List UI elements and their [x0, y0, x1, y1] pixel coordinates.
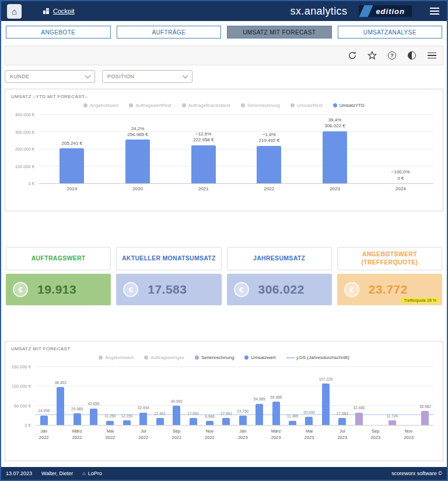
legend-item-auftragswertrest[interactable]: AuftragswertRest [129, 103, 171, 108]
footer-date: 13.07.2023 [6, 470, 32, 476]
x-tick-label: Mai2023 [301, 428, 317, 441]
legend-label: AuftragswertRest [135, 103, 171, 108]
bar-jan-2022[interactable] [40, 416, 48, 425]
bar-value-label: 29.985 [71, 407, 83, 412]
forecast-chart: 0 €50.000 €100.000 €150.000 €24.99598.45… [5, 367, 443, 441]
ytd-chart: 0 €100.000 €200.000 €300.000 €400.000 €2… [5, 115, 443, 191]
bar-group: 24,2%254.985 € [105, 115, 171, 183]
bar-dez-2022[interactable] [222, 418, 230, 425]
bar-jun-2022[interactable] [123, 420, 131, 425]
dot-swatch-icon [99, 355, 103, 360]
y-axis: 0 €50.000 €100.000 €150.000 € [5, 367, 36, 426]
bar-mai-2022[interactable] [106, 421, 114, 425]
tab-umsatzanalyse[interactable]: UMSATZANALYSE [338, 26, 443, 39]
legend-item-auftragswertges[interactable]: Auftragswertges [144, 355, 184, 360]
bar-value-label: 35.982 [419, 405, 431, 409]
x-tick-label [152, 428, 168, 441]
legend-item-serienrechnung[interactable]: Serienrechnung [241, 103, 280, 108]
legend-item-j-ds-jahresdurchschnitt[interactable]: j-DS (Jahresdurchschnitt) [286, 355, 349, 360]
bar-aug-2022[interactable] [156, 418, 164, 425]
bar-feb-2022[interactable] [57, 387, 64, 425]
bar-2023[interactable] [323, 131, 347, 184]
x-tick-label [317, 428, 334, 441]
refresh-icon[interactable] [347, 50, 358, 61]
favorite-star-icon[interactable] [367, 50, 377, 61]
kpi-number: 19.913 [37, 283, 76, 297]
bar-value-label: 222.958 € [193, 137, 214, 143]
bar-group: 39,4%306.022 € [302, 115, 368, 183]
legend-item-auftragsrueckstand[interactable]: AuftragsRueckstand [182, 103, 230, 108]
dot-swatch-icon [333, 103, 337, 107]
y-tick-label: 200.000 € [15, 147, 34, 152]
bar-märz-2022[interactable] [74, 413, 81, 425]
kpi-title-auftragswert: AUFTRAGSWERT [6, 247, 111, 270]
kpi-row: AUFTRAGSWERT AKTUELLER MONATSUMSATZ JAHR… [6, 247, 442, 305]
position-dropdown[interactable]: POSITION [102, 70, 192, 83]
footer-context: ⌂ LoPro [82, 470, 102, 476]
bar-okt-2022[interactable] [190, 418, 197, 425]
bar-apr-2022[interactable] [90, 409, 97, 425]
cockpit-label: Cockpit [53, 8, 75, 15]
legend-item-angebotswert[interactable]: Angebotswert [99, 355, 134, 360]
position-dropdown-label: POSITION [107, 74, 134, 79]
bar-dez-2023[interactable] [421, 411, 429, 425]
bar-jul-2023[interactable] [338, 418, 346, 425]
footer-context-label: LoPro [88, 470, 102, 476]
menu-button[interactable] [428, 6, 441, 16]
legend-item-umsatzwert[interactable]: Umsatzwert [244, 355, 275, 360]
legend-item-umsatzrest[interactable]: UmsatzRest [290, 103, 323, 108]
legend-item-umsatzytd[interactable]: UmsatzYTD [333, 103, 365, 108]
bar-2022[interactable] [257, 146, 281, 183]
y-tick-label: 100.000 € [12, 384, 31, 389]
legend-item-serienrechnung[interactable]: Serienrechnung [195, 355, 234, 360]
line-swatch-icon [286, 357, 295, 358]
bar-value-label: 23.750 [237, 409, 249, 414]
status-bar: 13.07.2023 Walter, Dieter ⌂ LoPro scorew… [1, 467, 447, 480]
panel-title: UMSATZ MIT FORECAST [5, 341, 443, 353]
home-icon: ⌂ [82, 470, 85, 476]
tab-umsatz-mit-forecast[interactable]: UMSATZ MIT FORECAST [227, 26, 332, 39]
bar-2021[interactable] [191, 145, 216, 183]
bar-group: −12,6%222.958 € [170, 115, 236, 183]
x-tick-label: Sep2022 [168, 428, 184, 441]
edition-badge: edition [359, 5, 412, 17]
bar-jan-2023[interactable] [239, 416, 247, 425]
bar-2020[interactable] [125, 140, 150, 183]
bar-value-label: 254.985 € [127, 132, 148, 138]
y-tick-label: 100.000 € [15, 164, 34, 169]
bar-jul-2022[interactable] [139, 413, 147, 425]
bar-pct-label: −100,0% [391, 169, 410, 175]
bar-group: 11.724 [384, 367, 400, 425]
toolbar-menu-icon[interactable] [426, 50, 437, 61]
bar-okt-2023[interactable] [388, 420, 396, 425]
bar-jun-2023[interactable] [322, 384, 330, 425]
bar-nov-2022[interactable] [206, 421, 214, 425]
bar-2019[interactable] [60, 148, 84, 183]
forecast-chart-legend: AngebotswertAuftragswertgesSerienrechnun… [5, 355, 443, 360]
euro-coin-icon: € [123, 282, 138, 297]
legend-label: j-DS (Jahresdurchschnitt) [297, 355, 349, 360]
tab-auftraege[interactable]: AUFTRÄGE [117, 26, 222, 39]
bar-group: 98.453 [52, 367, 68, 425]
legend-label: UmsatzYTD [340, 103, 365, 108]
bar-value-label: 306.022 € [324, 123, 345, 129]
bar-mai-2023[interactable] [305, 417, 313, 425]
legend-item-angebotswert[interactable]: Angebotswert [83, 103, 118, 108]
bar-aug-2023[interactable] [355, 413, 363, 425]
kunde-dropdown[interactable]: KUNDE [5, 70, 95, 83]
contrast-icon[interactable] [407, 50, 417, 61]
home-button[interactable]: ⌂ [7, 4, 22, 19]
bar-value-label: 9.996 [205, 414, 214, 419]
bar-feb-2023[interactable] [256, 404, 263, 425]
x-tick-label: Jan2023 [235, 428, 251, 441]
kpi-title-jahresumsatz: JAHRESUMSATZ [227, 247, 332, 270]
bar-sep-2022[interactable] [173, 406, 180, 425]
tab-angebote[interactable]: ANGEBOTE [6, 26, 111, 39]
umsatz-ytd-chart-panel: UMSATZ –YTD MIT FORECAST– AngebotswertAu… [5, 89, 443, 211]
x-tick-label [351, 428, 367, 441]
app-window: ⌂ Cockpit sx.analytics edition ANGEBOTE … [0, 0, 448, 481]
bar-märz-2023[interactable] [272, 402, 280, 425]
cockpit-link[interactable]: Cockpit [43, 8, 75, 15]
bar-apr-2023[interactable] [289, 421, 296, 426]
help-icon[interactable]: ? [387, 50, 397, 61]
